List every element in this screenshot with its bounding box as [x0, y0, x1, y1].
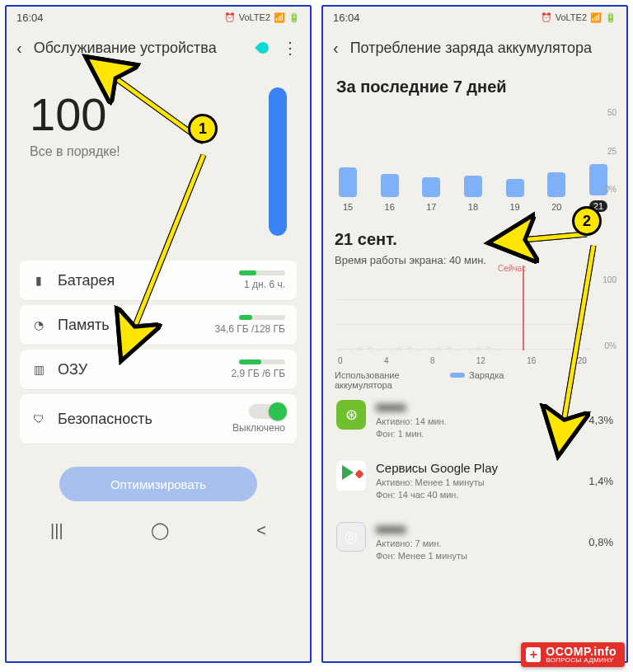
category-storage[interactable]: ◔ Память 34,6 ГБ /128 ГБ — [20, 305, 297, 345]
app-percent: 0,8% — [588, 536, 613, 548]
legend-charging-label: Зарядка — [469, 370, 504, 380]
week-bar-20[interactable]: 20 — [545, 172, 568, 212]
battery-remaining: 1 дн. 6 ч. — [244, 279, 285, 290]
day-usage-chart[interactable]: 1000% Сейчас 048121620 — [335, 275, 615, 365]
week-usage-chart[interactable]: 1516171819202150250% — [335, 105, 615, 212]
phone-device-care: 16:04 ⏰ VoLTE2 📶 🔋 ‹ Обслуживание устрой… — [5, 5, 312, 663]
battery-icon: 🔋 — [288, 12, 300, 23]
category-ram[interactable]: ▥ ОЗУ 2,9 ГБ /6 ГБ — [20, 350, 297, 389]
week-title: За последние 7 дней — [336, 78, 613, 96]
battery-app-list: ⊛■■■■Активно: 14 мин.Фон: 1 мин.4,3%Серв… — [335, 390, 615, 572]
week-day-label: 16 — [385, 202, 395, 212]
category-security[interactable]: 🛡 Безопасность Выключено — [20, 394, 297, 444]
app-icon: ⊛ — [336, 400, 366, 430]
nav-home[interactable]: ◯ — [151, 520, 169, 540]
screen-on-time: Время работы экрана: 40 мин. — [335, 254, 615, 266]
storage-usage: 34,6 ГБ /128 ГБ — [215, 323, 285, 335]
app-icon: ◎ — [336, 522, 366, 552]
device-score-caption: Все в порядке! — [30, 144, 254, 159]
lte-icon: VoLTE2 — [556, 12, 587, 22]
week-day-label: 19 — [510, 202, 520, 212]
phone-battery-usage: 16:04 ⏰ VoLTE2 📶 🔋 ‹ Потребление заряда … — [321, 5, 628, 663]
device-score: 100 — [30, 87, 254, 141]
app-row[interactable]: ⊛■■■■Активно: 14 мин.Фон: 1 мин.4,3% — [335, 390, 615, 451]
category-label: ОЗУ — [58, 361, 220, 378]
legend-usage-label: Использование аккумулятора — [335, 370, 434, 390]
category-label: Память — [58, 317, 204, 334]
watermark-subtitle: ВОПРОСЫ АДМИНУ — [546, 657, 617, 664]
app-percent: 1,4% — [588, 475, 613, 487]
storage-icon: ◔ — [31, 317, 46, 332]
alarm-icon: ⏰ — [541, 12, 552, 23]
app-name: Сервисы Google Play — [376, 461, 579, 475]
battery-icon: ▮ — [31, 273, 46, 288]
chart-legend: Использование аккумулятора Зарядка — [335, 370, 615, 390]
score-gauge — [269, 87, 287, 236]
week-bar-16[interactable]: 16 — [378, 174, 401, 212]
category-label: Безопасность — [58, 411, 221, 428]
app-background: Фон: Менее 1 минуты — [376, 551, 467, 561]
security-state: Выключено — [232, 422, 285, 434]
week-day-label: 18 — [468, 202, 478, 212]
app-row[interactable]: Сервисы Google PlayАктивно: Менее 1 мину… — [335, 451, 615, 512]
week-day-label: 17 — [426, 202, 436, 212]
week-day-label: 15 — [343, 202, 353, 212]
app-name: ■■■■ — [376, 400, 579, 414]
app-row[interactable]: ◎■■■■Активно: 7 мин.Фон: Менее 1 минуты0… — [335, 512, 615, 573]
selected-date: 21 сент. — [335, 230, 615, 249]
back-button[interactable]: ‹ — [13, 35, 26, 61]
tips-icon[interactable] — [255, 40, 271, 56]
lte-icon: VoLTE2 — [239, 12, 270, 22]
page-title: Потребление заряда аккумулятора — [350, 40, 620, 57]
app-percent: 4,3% — [588, 414, 613, 426]
legend-charging-swatch — [450, 373, 465, 378]
app-header: ‹ Потребление заряда аккумулятора — [323, 28, 626, 68]
app-active: Активно: Менее 1 минуты — [376, 477, 485, 487]
clock: 16:04 — [333, 12, 360, 24]
more-menu-button[interactable]: ⋮ — [277, 38, 303, 58]
app-background: Фон: 1 мин. — [376, 429, 424, 439]
week-bar-15[interactable]: 15 — [336, 167, 359, 212]
plus-icon: + — [526, 647, 541, 662]
device-score-panel: 100 Все в порядке! — [7, 68, 310, 244]
week-bar-18[interactable]: 18 — [462, 176, 485, 212]
week-bar-17[interactable]: 17 — [420, 177, 443, 212]
annotation-badge-2: 2 — [572, 206, 602, 236]
optimize-button[interactable]: Оптимизировать — [59, 467, 257, 501]
clock: 16:04 — [16, 12, 44, 24]
ram-icon: ▥ — [31, 362, 46, 377]
annotation-badge-1: 1 — [188, 114, 218, 143]
shield-icon: 🛡 — [31, 411, 46, 426]
nav-back[interactable]: < — [256, 521, 266, 540]
app-active: Активно: 14 мин. — [376, 416, 447, 426]
status-bar: 16:04 ⏰ VoLTE2 📶 🔋 — [323, 7, 626, 28]
week-day-label: 20 — [551, 202, 561, 212]
app-name: ■■■■ — [376, 522, 579, 536]
app-background: Фон: 14 час 40 мин. — [376, 490, 459, 500]
alarm-icon: ⏰ — [224, 12, 236, 23]
site-watermark: + OCOMP.info ВОПРОСЫ АДМИНУ — [521, 642, 625, 667]
watermark-title: OCOMP.info — [546, 646, 617, 657]
status-bar: 16:04 ⏰ VoLTE2 📶 🔋 — [7, 7, 310, 28]
battery-icon: 🔋 — [605, 12, 617, 23]
category-battery[interactable]: ▮ Батарея 1 дн. 6 ч. — [20, 261, 297, 300]
page-title: Обслуживание устройства — [34, 40, 249, 57]
system-navbar: ||| ◯ < — [7, 513, 310, 547]
app-icon — [336, 461, 366, 491]
ram-usage: 2,9 ГБ /6 ГБ — [232, 368, 285, 379]
back-button[interactable]: ‹ — [330, 35, 342, 61]
category-label: Батарея — [58, 272, 227, 289]
signal-icon: 📶 — [274, 12, 285, 23]
app-active: Активно: 7 мин. — [376, 538, 442, 548]
week-bar-19[interactable]: 19 — [504, 179, 527, 212]
app-header: ‹ Обслуживание устройства ⋮ — [7, 28, 310, 68]
security-toggle[interactable] — [249, 404, 285, 419]
nav-recent[interactable]: ||| — [50, 521, 63, 540]
signal-icon: 📶 — [590, 12, 602, 23]
